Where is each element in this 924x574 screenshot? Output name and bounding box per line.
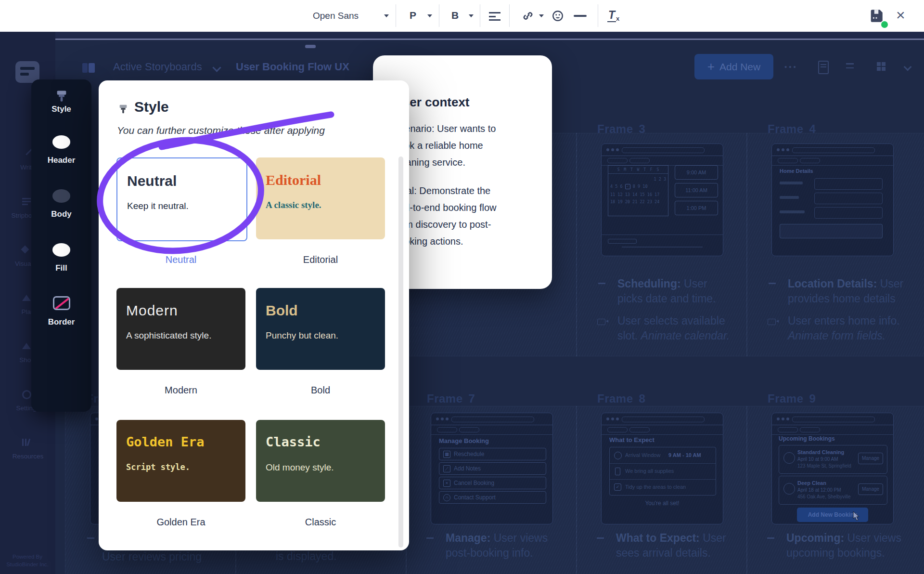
style-card-classic[interactable]: Classic Old money style. xyxy=(256,420,385,502)
frame-9-caption: Upcoming: User views upcoming bookings. xyxy=(786,531,902,561)
manage-button: Manage xyxy=(858,453,883,464)
clear-formatting-icon[interactable]: Tx xyxy=(607,9,619,22)
text-note-icon xyxy=(767,537,774,539)
add-new-label: Add New xyxy=(719,61,760,73)
style-card-golden-era[interactable]: Golden Era Script style. xyxy=(116,420,245,502)
style-card-neutral[interactable]: Neutral Keep it neutral. xyxy=(116,157,247,241)
emoji-icon[interactable] xyxy=(552,10,564,22)
plus-icon: + xyxy=(707,59,715,74)
saved-status-dot xyxy=(880,20,889,29)
link-caret-icon[interactable] xyxy=(539,14,544,17)
collapse-chevron-icon xyxy=(904,63,912,71)
powered-by-line1: Powered By xyxy=(1,554,54,560)
frame-8-caption: What to Expect: User sees arrival detail… xyxy=(616,531,732,561)
paintbrush-icon xyxy=(118,104,128,114)
frame-4-mockup: Home Details xyxy=(771,144,894,256)
mouse-cursor-icon xyxy=(853,511,861,521)
frame-6-caption-fragment: is displayed. xyxy=(276,549,337,564)
toolbar-divider xyxy=(439,4,439,27)
bold-button[interactable]: B xyxy=(451,10,459,21)
style-label-bold[interactable]: Bold xyxy=(256,385,385,396)
toolbar-divider xyxy=(598,4,598,27)
time-slot: 9:00 AM xyxy=(675,165,718,180)
add-new-button: + Add New xyxy=(694,54,773,79)
calendar-widget: S M T W T F S 1 2 3 4 5 6 ✓ 8 9 10 11 12… xyxy=(608,165,668,216)
frame-4-caption: Location Details: User provides home det… xyxy=(788,276,904,306)
frame-3-animation-note: User selects available slot. Animate cal… xyxy=(617,313,732,343)
style-label-neutral[interactable]: Neutral xyxy=(116,254,245,265)
modal-title: Style xyxy=(134,99,169,115)
clock-icon xyxy=(614,452,622,459)
more-options-icon: ••• xyxy=(784,63,798,71)
style-label-modern[interactable]: Modern xyxy=(116,385,245,396)
style-card-bold[interactable]: Bold Punchy but clean. xyxy=(256,288,385,370)
toolbar-divider xyxy=(480,4,480,27)
panel-item-body[interactable]: Body xyxy=(31,209,91,219)
text-note-icon xyxy=(87,537,94,539)
frame-7-mockup: Manage Booking ▦Reschedule ／Add Notes ×C… xyxy=(431,413,553,524)
chevron-down-icon xyxy=(212,63,221,72)
close-icon[interactable]: × xyxy=(896,6,905,24)
panel-item-style[interactable]: Style xyxy=(31,104,91,114)
context-scenario: Scenario: User wants to book a reliable … xyxy=(394,120,505,171)
frame-4-label: Frame4 xyxy=(768,122,816,136)
app-window: Write Stripboards Visualize Plan Shoot S… xyxy=(0,0,924,574)
cleaning-icon xyxy=(783,483,795,495)
paragraph-style-button[interactable]: P xyxy=(410,10,416,21)
cleaning-icon xyxy=(783,452,795,464)
panel-item-header[interactable]: Header xyxy=(31,156,91,165)
frame-9-label: Frame9 xyxy=(768,392,816,405)
frame-7-label: Frame7 xyxy=(427,392,475,405)
storyboard-selector: Active Storyboards xyxy=(113,61,202,73)
body-color-swatch[interactable] xyxy=(52,189,70,203)
style-card-modern[interactable]: Modern A sophisticated style. xyxy=(116,288,245,370)
time-slot: 11:00 AM xyxy=(675,183,718,197)
swap-view-icon xyxy=(846,63,854,68)
context-goal: Goal: Demonstrate the end-to-end booking… xyxy=(394,183,505,250)
frame-7-caption: Manage: User views post-booking info. xyxy=(446,531,556,561)
frame-3-label: Frame3 xyxy=(597,122,645,136)
text-note-icon xyxy=(426,537,434,539)
resources-icon xyxy=(22,437,33,448)
panel-item-border[interactable]: Border xyxy=(31,317,91,327)
spray-bottle-icon xyxy=(615,468,620,475)
frame-8-mockup: What to Expect Arrival Window 9 AM - 10 … xyxy=(601,413,723,524)
style-tools-panel: Style Header Body Fill Border xyxy=(31,79,91,412)
frame-9-mockup: Upcoming Bookings Standard Cleaning Apri… xyxy=(771,413,894,524)
link-icon[interactable] xyxy=(522,10,534,22)
bold-caret-icon[interactable] xyxy=(469,14,474,17)
align-text-icon[interactable] xyxy=(489,12,500,21)
time-slot: 1:00 PM xyxy=(675,201,718,215)
header-color-swatch[interactable] xyxy=(52,135,70,149)
camera-icon xyxy=(597,319,605,325)
toolbar-divider xyxy=(396,4,396,27)
frame-5-caption-fragment: User reviews pricing xyxy=(102,549,202,564)
style-card-editorial[interactable]: Editorial A classic style. xyxy=(256,157,385,239)
manage-button: Manage xyxy=(858,483,883,495)
style-label-editorial[interactable]: Editorial xyxy=(256,254,385,265)
font-family-select[interactable]: Open Sans xyxy=(313,11,359,21)
frame-3-mockup: S M T W T F S 1 2 3 4 5 6 ✓ 8 9 10 11 12… xyxy=(601,144,723,256)
powered-by-line2: StudioBinder Inc. xyxy=(1,561,54,567)
document-icon xyxy=(818,61,829,74)
grid-view-icon xyxy=(877,62,886,71)
style-label-classic[interactable]: Classic xyxy=(256,517,385,528)
text-editor-toolbar: Open Sans P B Tx xyxy=(0,0,924,32)
style-label-golden-era[interactable]: Golden Era xyxy=(116,517,245,528)
panel-item-fill[interactable]: Fill xyxy=(31,263,91,273)
style-picker-modal: Style You can further customize these af… xyxy=(99,80,409,550)
border-swatch-icon[interactable] xyxy=(53,296,70,310)
booking-card: Standard Cleaning April 10 at 9:00 AM 12… xyxy=(779,445,887,474)
board-title: User Booking Flow UX xyxy=(236,61,349,73)
modal-scrollbar[interactable] xyxy=(398,157,403,548)
paintbrush-icon xyxy=(55,89,68,103)
paragraph-caret-icon[interactable] xyxy=(427,14,432,17)
fill-color-swatch[interactable] xyxy=(52,243,70,257)
font-caret-icon[interactable] xyxy=(384,14,389,17)
camera-icon xyxy=(768,319,776,325)
horizontal-rule-icon[interactable] xyxy=(574,15,587,17)
sidebar-item-resources: Resources xyxy=(6,453,50,460)
text-note-icon xyxy=(597,537,604,539)
tab-indicator xyxy=(305,45,316,48)
frame-3-caption: Scheduling: User picks date and time. xyxy=(617,276,733,306)
